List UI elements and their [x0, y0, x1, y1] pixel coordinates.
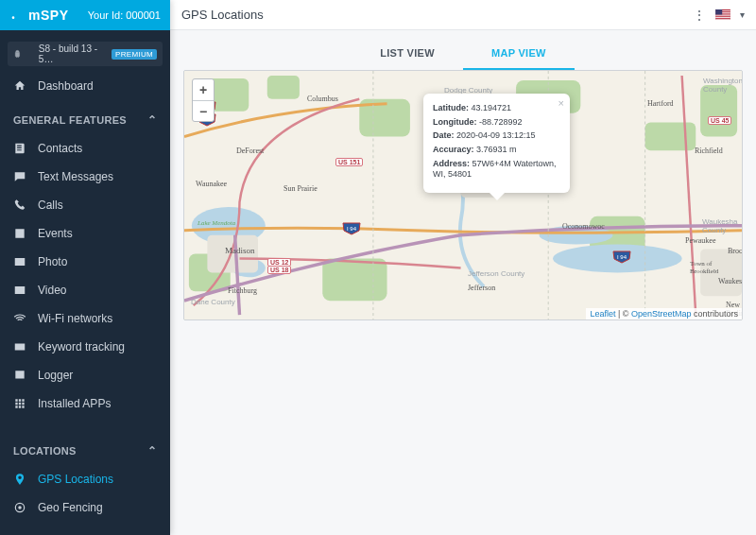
- contacts-icon: [13, 142, 26, 155]
- user-id: Your Id: 000001: [88, 9, 161, 21]
- nav-video-label: Video: [38, 284, 66, 297]
- popup-acc-value: 3.76931 m: [476, 145, 517, 154]
- messages-icon: [13, 170, 26, 183]
- shield-us45: US 45: [708, 116, 731, 125]
- svg-rect-18: [645, 123, 696, 151]
- calendar-icon: [13, 227, 26, 240]
- nav-keyword-label: Keyword tracking: [38, 340, 125, 354]
- user-id-value: 000001: [126, 9, 161, 21]
- nav: Dashboard GENERAL FEATURES ⌃ Contacts Te…: [0, 72, 170, 535]
- brand-prefix: m: [28, 8, 41, 23]
- zoom-in-button[interactable]: +: [193, 79, 214, 100]
- pin-icon: [13, 473, 26, 486]
- nav-photo-label: Photo: [38, 255, 67, 268]
- popup-lon-label: Longitude:: [433, 117, 477, 127]
- label-lakemendota: Lake Mendota: [198, 219, 235, 227]
- brand-logo[interactable]: mSPY: [9, 8, 68, 23]
- home-icon: [13, 79, 26, 93]
- svg-rect-13: [267, 76, 300, 99]
- flag-us-icon[interactable]: [715, 7, 730, 24]
- label-brookfield: Brookfield: [728, 247, 743, 255]
- map[interactable]: Madison Fitchburg DeForest Sun Prairie W…: [183, 70, 743, 320]
- close-icon[interactable]: ×: [558, 97, 564, 109]
- chevron-up-icon: ⌃: [147, 444, 157, 457]
- nav-gps[interactable]: GPS Locations: [0, 465, 170, 493]
- nav-geofencing[interactable]: Geo Fencing: [0, 493, 170, 522]
- premium-badge: PREMIUM: [112, 49, 157, 60]
- tabs: LIST VIEW MAP VIEW: [183, 38, 743, 70]
- label-fitchburg: Fitchburg: [228, 286, 257, 295]
- nav-wifi[interactable]: Wi-Fi networks: [0, 304, 170, 333]
- popup-date-label: Date:: [433, 130, 455, 140]
- label-washington-county: Washington County: [703, 77, 743, 94]
- content: LIST VIEW MAP VIEW: [170, 30, 756, 339]
- nav-dashboard-label: Dashboard: [38, 79, 94, 93]
- attr-sep: | ©: [615, 309, 630, 319]
- location-popup: × Latitude: 43.194721 Longitude: -88.728…: [423, 94, 570, 193]
- svg-text:I 94: I 94: [347, 226, 357, 232]
- nav-keyword[interactable]: Keyword tracking: [0, 333, 170, 361]
- popup-acc-label: Accuracy:: [433, 145, 474, 154]
- user-id-label: Your Id:: [88, 9, 124, 21]
- nav-gps-label: GPS Locations: [38, 473, 113, 486]
- topbar-right: ⋮ ▾: [693, 7, 745, 24]
- nav-logger-label: Logger: [38, 369, 73, 382]
- nav-text-messages-label: Text Messages: [38, 170, 113, 183]
- nav-contacts[interactable]: Contacts: [0, 134, 170, 163]
- target-icon: [13, 501, 26, 514]
- nav-dashboard[interactable]: Dashboard: [0, 72, 170, 100]
- label-jefferson-county: Jefferson County: [468, 269, 524, 278]
- tab-map-view[interactable]: MAP VIEW: [463, 38, 575, 70]
- device-name: S8 - build 13 - 5…: [39, 43, 106, 64]
- nav-calls[interactable]: Calls: [0, 191, 170, 219]
- nav-apps-label: Installed APPs: [38, 397, 111, 410]
- page-title: GPS Locations: [181, 8, 264, 22]
- tab-list-view[interactable]: LIST VIEW: [352, 38, 463, 70]
- device-selector[interactable]: S8 - build 13 - 5… PREMIUM: [8, 42, 163, 66]
- nav-section-locations[interactable]: LOCATIONS ⌃: [0, 437, 170, 465]
- nav-video[interactable]: Video: [0, 276, 170, 304]
- svg-text:I 94: I 94: [617, 254, 627, 260]
- zoom-out-button[interactable]: −: [193, 100, 214, 121]
- svg-rect-9: [715, 18, 730, 19]
- apps-icon: [13, 397, 26, 410]
- leaflet-link[interactable]: Leaflet: [590, 309, 615, 319]
- nav-geofencing-label: Geo Fencing: [38, 501, 103, 514]
- attr-tail: contributors: [691, 309, 738, 319]
- map-attribution: Leaflet | © OpenStreetMap contributors: [586, 308, 742, 319]
- label-sunprairie: Sun Prairie: [284, 184, 318, 193]
- nav-logger[interactable]: Logger: [0, 361, 170, 389]
- logger-icon: [13, 369, 26, 382]
- nav-events[interactable]: Events: [0, 219, 170, 248]
- label-town-brookfield: Town of Brookfield: [690, 260, 742, 275]
- android-icon: [13, 48, 22, 60]
- topbar: GPS Locations ⋮ ▾: [170, 0, 756, 30]
- popup-lon-value: -88.728992: [479, 117, 523, 127]
- popup-lat-value: 43.194721: [472, 103, 512, 112]
- brand-name: SPY: [41, 8, 69, 23]
- label-madison: Madison: [225, 246, 255, 255]
- label-waukesha-county: Waukesha County: [702, 217, 742, 234]
- nav-section-general[interactable]: GENERAL FEATURES ⌃: [0, 106, 170, 134]
- shield-us18: US 18: [267, 266, 291, 274]
- caret-down-icon[interactable]: ▾: [740, 9, 745, 20]
- label-jefferson: Jefferson: [468, 284, 495, 292]
- nav-text-messages[interactable]: Text Messages: [0, 163, 170, 191]
- label-richfield: Richfield: [695, 147, 723, 155]
- nav-contacts-label: Contacts: [38, 142, 82, 155]
- svg-rect-8: [715, 17, 730, 18]
- main: GPS Locations ⋮ ▾ LIST VIEW MAP VIEW: [170, 0, 756, 535]
- svg-point-2: [18, 506, 22, 509]
- more-icon[interactable]: ⋮: [693, 8, 706, 23]
- nav-section-general-label: GENERAL FEATURES: [13, 114, 127, 126]
- logo-icon: [9, 8, 25, 23]
- nav-photo[interactable]: Photo: [0, 248, 170, 276]
- zoom-controls: + −: [192, 78, 215, 122]
- osm-link[interactable]: OpenStreetMap: [631, 309, 692, 319]
- popup-addr-label: Address:: [433, 159, 470, 168]
- phone-icon: [13, 198, 26, 212]
- shield-i94a: I 94: [342, 222, 361, 235]
- nav-apps[interactable]: Installed APPs: [0, 389, 170, 418]
- label-columbus: Columbus: [307, 95, 338, 103]
- chevron-up-icon: ⌃: [147, 113, 157, 127]
